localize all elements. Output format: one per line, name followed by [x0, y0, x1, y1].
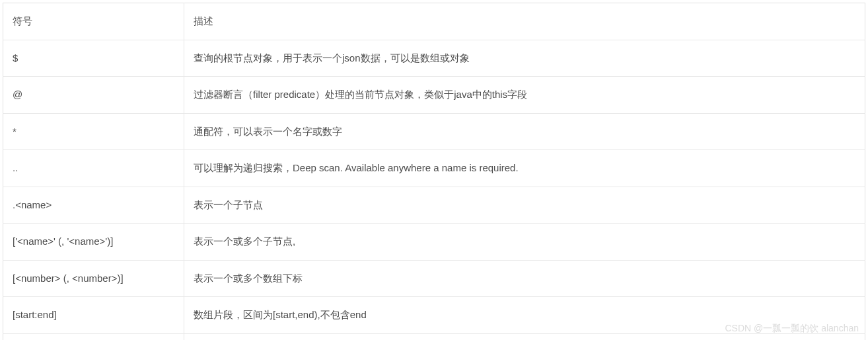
cell-description: 可以理解为递归搜索，Deep scan. Available anywhere …	[184, 150, 865, 187]
cell-description: 过滤器表达式，表达式结果必须是boolean	[184, 333, 865, 340]
cell-symbol: ..	[3, 150, 184, 187]
cell-symbol: *	[3, 113, 184, 150]
table-row: [<number> (, <number>)] 表示一个或多个数组下标	[3, 260, 865, 297]
table-body: 符号 描述 $ 查询的根节点对象，用于表示一个json数据，可以是数组或对象 @…	[3, 3, 865, 341]
cell-description: 过滤器断言（filter predicate）处理的当前节点对象，类似于java…	[184, 77, 865, 114]
cell-description: 通配符，可以表示一个名字或数字	[184, 113, 865, 150]
table-row: * 通配符，可以表示一个名字或数字	[3, 113, 865, 150]
cell-symbol: .<name>	[3, 187, 184, 224]
cell-description: 表示一个或多个数组下标	[184, 260, 865, 297]
header-symbol: 符号	[3, 3, 184, 40]
cell-symbol: $	[3, 40, 184, 77]
table-row: [?(<expression>)] 过滤器表达式，表达式结果必须是boolean	[3, 333, 865, 340]
table-row: .<name> 表示一个子节点	[3, 187, 865, 224]
cell-symbol: @	[3, 77, 184, 114]
cell-symbol: [<number> (, <number>)]	[3, 260, 184, 297]
cell-description: 数组片段，区间为[start,end),不包含end	[184, 297, 865, 334]
table-row: .. 可以理解为递归搜索，Deep scan. Available anywhe…	[3, 150, 865, 187]
cell-symbol: [?(<expression>)]	[3, 333, 184, 340]
table-row: $ 查询的根节点对象，用于表示一个json数据，可以是数组或对象	[3, 40, 865, 77]
jsonpath-syntax-table: 符号 描述 $ 查询的根节点对象，用于表示一个json数据，可以是数组或对象 @…	[3, 3, 865, 340]
cell-description: 查询的根节点对象，用于表示一个json数据，可以是数组或对象	[184, 40, 865, 77]
cell-description: 表示一个子节点	[184, 187, 865, 224]
cell-symbol: ['<name>' (, '<name>')]	[3, 224, 184, 261]
table-header-row: 符号 描述	[3, 3, 865, 40]
header-description: 描述	[184, 3, 865, 40]
table-row: @ 过滤器断言（filter predicate）处理的当前节点对象，类似于ja…	[3, 77, 865, 114]
table-row: [start:end] 数组片段，区间为[start,end),不包含end	[3, 297, 865, 334]
cell-description: 表示一个或多个子节点,	[184, 224, 865, 261]
table-row: ['<name>' (, '<name>')] 表示一个或多个子节点,	[3, 224, 865, 261]
cell-symbol: [start:end]	[3, 297, 184, 334]
